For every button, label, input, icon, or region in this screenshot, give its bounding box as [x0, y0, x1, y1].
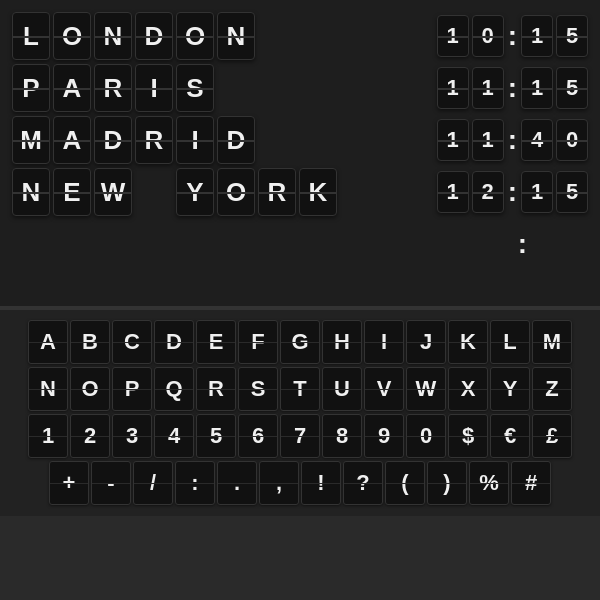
character-board: ABCDEFGHIJKLM NOPQRSTUVWXYZ 1234567890$€… — [0, 310, 600, 516]
time-tile: 1 — [521, 171, 553, 213]
char-tile: P — [112, 367, 152, 411]
flight-row: MADRID11:40 — [12, 116, 588, 164]
dest-chars: PARIS — [12, 64, 255, 112]
char-tile: ! — [301, 461, 341, 505]
flip-tile: N — [94, 12, 132, 60]
flip-tile: L — [12, 12, 50, 60]
char-tile: # — [511, 461, 551, 505]
time-colon: : — [508, 176, 517, 208]
time-tile: 1 — [437, 119, 469, 161]
flip-tile: R — [94, 64, 132, 112]
time-tile: 5 — [556, 171, 588, 213]
char-tile: % — [469, 461, 509, 505]
flip-tile: M — [12, 116, 50, 164]
time-tile: 1 — [437, 67, 469, 109]
flip-tile: A — [53, 64, 91, 112]
time-tile: 1 — [521, 67, 553, 109]
time-tile: 1 — [437, 171, 469, 213]
time-chars: 11:15 — [437, 67, 588, 109]
char-tile: C — [112, 320, 152, 364]
char-tile: L — [490, 320, 530, 364]
flip-tile: I — [135, 64, 173, 112]
flight-row: NEWYORK12:15 — [12, 168, 588, 216]
flip-tile: W — [94, 168, 132, 216]
char-tile: M — [532, 320, 572, 364]
flip-tile: D — [94, 116, 132, 164]
char-tile: 9 — [364, 414, 404, 458]
char-tile: £ — [532, 414, 572, 458]
flip-tile: O — [176, 12, 214, 60]
char-tile: : — [175, 461, 215, 505]
char-tile: Y — [490, 367, 530, 411]
char-tile: ( — [385, 461, 425, 505]
flip-tile: S — [176, 64, 214, 112]
char-tile: , — [259, 461, 299, 505]
time-colon: : — [508, 72, 517, 104]
char-tile: J — [406, 320, 446, 364]
time-colon: : — [508, 124, 517, 156]
time-tile: 0 — [472, 15, 504, 57]
alphabet-row-1: ABCDEFGHIJKLM — [8, 320, 592, 364]
char-tile: 4 — [154, 414, 194, 458]
char-tile: 5 — [196, 414, 236, 458]
time-tile: 2 — [472, 171, 504, 213]
char-tile: / — [133, 461, 173, 505]
colon-empty: : — [518, 228, 527, 260]
flip-tile — [135, 168, 173, 216]
flip-tile: E — [53, 168, 91, 216]
time-tile: 1 — [437, 15, 469, 57]
char-tile: V — [364, 367, 404, 411]
dest-chars: NEWYORK — [12, 168, 337, 216]
time-tile: 1 — [472, 119, 504, 161]
char-tile: A — [28, 320, 68, 364]
flip-tile: K — [299, 168, 337, 216]
time-tile: 0 — [556, 119, 588, 161]
flip-tile: I — [176, 116, 214, 164]
char-tile: ? — [343, 461, 383, 505]
char-tile: F — [238, 320, 278, 364]
time-tile: 5 — [556, 67, 588, 109]
char-tile: 1 — [28, 414, 68, 458]
char-tile: 6 — [238, 414, 278, 458]
flip-tile: R — [135, 116, 173, 164]
flip-tile: O — [53, 12, 91, 60]
flip-tile: N — [217, 12, 255, 60]
char-tile: . — [217, 461, 257, 505]
char-tile: O — [70, 367, 110, 411]
flip-tile: D — [135, 12, 173, 60]
flip-tile — [217, 64, 255, 112]
char-tile: 2 — [70, 414, 110, 458]
char-tile: T — [280, 367, 320, 411]
char-tile: D — [154, 320, 194, 364]
char-tile: W — [406, 367, 446, 411]
char-tile: Z — [532, 367, 572, 411]
time-chars: 10:15 — [437, 15, 588, 57]
char-tile: S — [238, 367, 278, 411]
time-tile: 1 — [521, 15, 553, 57]
char-tile: G — [280, 320, 320, 364]
flight-row: PARIS11:15 — [12, 64, 588, 112]
char-tile: N — [28, 367, 68, 411]
char-tile: R — [196, 367, 236, 411]
char-tile: 8 — [322, 414, 362, 458]
time-tile: 5 — [556, 15, 588, 57]
flip-tile: P — [12, 64, 50, 112]
char-tile: U — [322, 367, 362, 411]
char-tile: 0 — [406, 414, 446, 458]
flip-tile: N — [12, 168, 50, 216]
char-tile: X — [448, 367, 488, 411]
flights-container: LONDON10:15PARIS11:15MADRID11:40NEWYORK1… — [12, 12, 588, 216]
char-tile: E — [196, 320, 236, 364]
char-tile: € — [490, 414, 530, 458]
numbers-row: 1234567890$€£ — [8, 414, 592, 458]
flip-tile: O — [217, 168, 255, 216]
flip-tile: R — [258, 168, 296, 216]
char-tile: - — [91, 461, 131, 505]
char-tile: Q — [154, 367, 194, 411]
time-tile: 4 — [521, 119, 553, 161]
alphabet-row-2: NOPQRSTUVWXYZ — [8, 367, 592, 411]
char-tile: K — [448, 320, 488, 364]
flip-tile: Y — [176, 168, 214, 216]
char-tile: + — [49, 461, 89, 505]
char-tile: $ — [448, 414, 488, 458]
